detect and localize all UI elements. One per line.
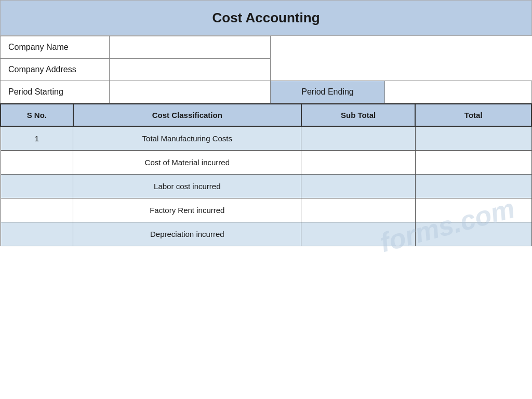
cell-sno <box>1 222 73 246</box>
cell-total[interactable] <box>415 198 531 222</box>
info-table: Company Name Company Address Period Star… <box>0 36 532 103</box>
cell-classification: Depreciation incurred <box>73 222 301 246</box>
company-address-row: Company Address <box>1 59 532 81</box>
table-row: Factory Rent incurred <box>1 198 531 222</box>
period-starting-value[interactable] <box>110 81 271 103</box>
cell-total[interactable] <box>415 175 531 198</box>
cell-subtotal[interactable] <box>301 151 416 175</box>
cell-total[interactable] <box>415 126 531 151</box>
period-ending-label: Period Ending <box>271 81 385 103</box>
page-header: Cost Accounting <box>0 0 532 36</box>
cell-total[interactable] <box>415 151 531 175</box>
table-header-row: S No. Cost Classification Sub Total Tota… <box>1 104 531 126</box>
page-title: Cost Accounting <box>212 10 320 25</box>
company-address-value[interactable] <box>110 59 271 81</box>
period-ending-value[interactable] <box>385 81 532 103</box>
table-row: Cost of Material incurred <box>1 151 531 175</box>
main-table-container: S No. Cost Classification Sub Total Tota… <box>0 103 532 246</box>
cell-sno: 1 <box>1 126 73 151</box>
col-header-classification: Cost Classification <box>73 104 301 126</box>
col-header-sno: S No. <box>1 104 73 126</box>
company-address-label: Company Address <box>1 59 110 81</box>
col-header-total: Total <box>415 104 531 126</box>
cell-total[interactable] <box>415 222 531 246</box>
col-header-subtotal: Sub Total <box>301 104 416 126</box>
table-row: 1Total Manufacturing Costs <box>1 126 531 151</box>
cell-subtotal[interactable] <box>301 198 416 222</box>
company-name-row: Company Name <box>1 36 532 59</box>
company-name-label: Company Name <box>1 36 110 59</box>
cell-sno <box>1 175 73 198</box>
main-table: S No. Cost Classification Sub Total Tota… <box>0 103 532 246</box>
table-row: Depreciation incurred <box>1 222 531 246</box>
company-name-value[interactable] <box>110 36 271 59</box>
cell-classification: Labor cost incurred <box>73 175 301 198</box>
cell-classification: Total Manufacturing Costs <box>73 126 301 151</box>
cell-classification: Cost of Material incurred <box>73 151 301 175</box>
cell-subtotal[interactable] <box>301 222 416 246</box>
period-starting-label: Period Starting <box>1 81 110 103</box>
cell-subtotal[interactable] <box>301 126 416 151</box>
cell-sno <box>1 198 73 222</box>
page-container: Cost Accounting Company Name Company Add… <box>0 0 532 246</box>
cell-classification: Factory Rent incurred <box>73 198 301 222</box>
cell-subtotal[interactable] <box>301 175 416 198</box>
period-row: Period Starting Period Ending <box>1 81 532 103</box>
cell-sno <box>1 151 73 175</box>
table-row: Labor cost incurred <box>1 175 531 198</box>
